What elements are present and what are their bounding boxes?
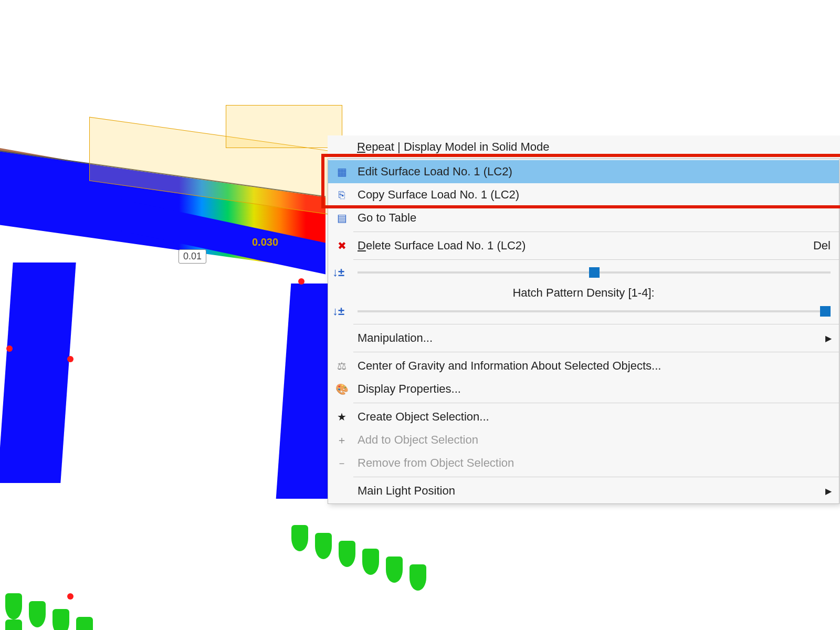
support-icon <box>5 620 22 630</box>
selection-remove-icon: － <box>332 455 351 471</box>
support-icon <box>339 541 355 567</box>
menu-separator <box>353 477 839 477</box>
support-icon <box>5 593 22 620</box>
slider-thumb[interactable] <box>820 306 831 317</box>
slider-icon: ↓± <box>332 304 351 318</box>
menu-item-label: Delete Surface Load No. 1 (LC2) <box>358 239 813 253</box>
menu-item-goto-table[interactable]: ▤ Go to Table <box>328 206 839 229</box>
menu-item-repeat[interactable]: Repeat | Display Model in Solid Mode Ent… <box>328 135 840 159</box>
menu-separator <box>353 352 839 352</box>
context-menu: ▦ Edit Surface Load No. 1 (LC2) ⎘ Copy S… <box>328 159 839 504</box>
balance-icon: ⚖ <box>332 358 351 374</box>
menu-item-main-light-position[interactable]: Main Light Position ▶ <box>328 479 839 502</box>
menu-item-edit-surface-load[interactable]: ▦ Edit Surface Load No. 1 (LC2) <box>328 160 839 183</box>
surface-load-box-2 <box>226 105 342 148</box>
menu-item-label: Create Object Selection... <box>358 410 831 424</box>
menu-item-label: Add to Object Selection <box>358 433 831 447</box>
menu-item-label: Repeat | Display Model in Solid Mode <box>357 140 549 154</box>
node-dot <box>67 356 74 362</box>
copy-load-icon: ⎘ <box>332 186 351 203</box>
node-dot <box>298 278 304 285</box>
support-icon <box>29 601 46 627</box>
menu-separator <box>353 232 839 232</box>
menu-separator <box>353 324 839 324</box>
hatch-density-slider[interactable]: ↓± <box>328 301 839 322</box>
menu-item-label: Go to Table <box>358 211 831 225</box>
menu-item-manipulation[interactable]: Manipulation... ▶ <box>328 327 839 350</box>
menu-item-label: Manipulation... <box>358 331 831 345</box>
menu-item-accelerator: Del <box>813 239 831 253</box>
delete-load-icon: ✖ <box>332 237 351 254</box>
edit-load-icon: ▦ <box>332 163 351 180</box>
menu-item-center-of-gravity[interactable]: ⚖ Center of Gravity and Information Abou… <box>328 354 839 377</box>
slider-icon: ↓± <box>332 266 351 279</box>
blank-icon <box>332 482 351 499</box>
slider-track[interactable] <box>358 271 831 274</box>
menu-item-display-properties[interactable]: 🎨 Display Properties... <box>328 377 839 401</box>
menu-item-label: Remove from Object Selection <box>358 456 831 470</box>
node-dot <box>67 593 74 600</box>
menu-item-add-to-selection: ＋ Add to Object Selection <box>328 428 839 452</box>
menu-separator <box>353 259 839 260</box>
hatch-density-label: Hatch Pattern Density [1-4]: <box>328 283 839 301</box>
menu-item-delete-surface-load[interactable]: ✖ Delete Surface Load No. 1 (LC2) Del <box>328 234 839 257</box>
load-size-slider[interactable]: ↓± <box>328 262 839 283</box>
menu-item-label: Main Light Position <box>358 484 831 498</box>
support-icon <box>52 609 69 630</box>
menu-item-label: Copy Surface Load No. 1 (LC2) <box>358 188 831 202</box>
support-icon <box>362 549 379 575</box>
blank-icon <box>332 330 351 346</box>
menu-item-copy-surface-load[interactable]: ⎘ Copy Surface Load No. 1 (LC2) <box>328 183 839 206</box>
support-icon <box>315 533 332 559</box>
support-icon <box>76 617 93 630</box>
submenu-arrow-icon: ▶ <box>825 486 832 496</box>
selection-create-icon: ★ <box>332 408 351 425</box>
node-dot <box>6 345 13 352</box>
support-icon <box>386 556 403 583</box>
slider-track[interactable] <box>358 310 831 312</box>
slider-thumb[interactable] <box>589 267 600 278</box>
load-magnitude-label: 0.030 <box>252 236 278 248</box>
menu-separator <box>353 403 839 403</box>
menu-item-label: Display Properties... <box>358 382 831 396</box>
table-icon: ▤ <box>332 209 351 226</box>
result-value-tag: 0.01 <box>178 249 206 264</box>
menu-item-label: Edit Surface Load No. 1 (LC2) <box>358 165 831 178</box>
menu-item-create-object-selection[interactable]: ★ Create Object Selection... <box>328 405 839 428</box>
support-icon <box>291 525 308 551</box>
menu-item-remove-from-selection: － Remove from Object Selection <box>328 452 839 475</box>
support-icon <box>410 564 426 591</box>
selection-add-icon: ＋ <box>332 432 351 448</box>
submenu-arrow-icon: ▶ <box>825 333 832 343</box>
model-wall-left <box>0 262 76 483</box>
display-props-icon: 🎨 <box>332 381 351 397</box>
menu-item-label: Center of Gravity and Information About … <box>358 359 831 373</box>
